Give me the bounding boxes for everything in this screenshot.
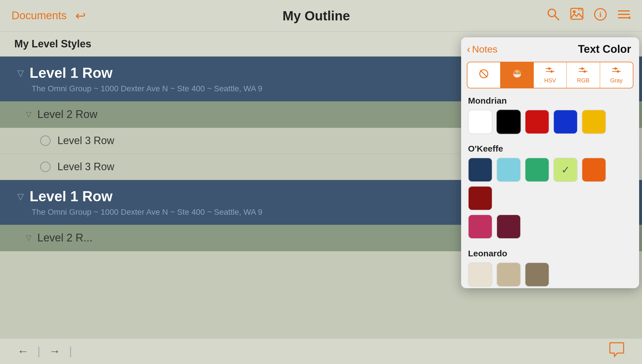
collapse-triangle-2[interactable]: ▽ (26, 110, 32, 119)
okeeffe-section: O'Keeffe (461, 141, 639, 246)
palette-scroll-area[interactable]: Mondrian O'Keeffe (461, 93, 639, 288)
menu-icon[interactable] (617, 8, 631, 24)
svg-point-25 (581, 67, 583, 70)
gray-icon (612, 66, 621, 76)
svg-point-23 (550, 70, 553, 73)
svg-line-1 (555, 16, 559, 20)
level3-circle-2 (40, 162, 51, 172)
color-black[interactable] (496, 110, 521, 134)
app-header: Documents ↩ My Outline i (0, 0, 642, 32)
tab-palette[interactable] (500, 62, 533, 88)
color-dark-red[interactable] (468, 186, 492, 210)
color-orange[interactable] (582, 158, 606, 182)
svg-point-31 (617, 70, 619, 73)
svg-point-3 (573, 10, 576, 13)
mondrian-colors (468, 110, 632, 134)
color-green[interactable] (525, 158, 549, 182)
level2-title-2: Level 2 R... (37, 232, 92, 244)
gray-label: Gray (610, 77, 622, 84)
level2-title-1: Level 2 Row (37, 108, 97, 121)
popover-back-label: Notes (472, 44, 498, 55)
collapse-triangle-3[interactable]: ▽ (17, 191, 24, 202)
color-leonardo-3[interactable] (525, 262, 549, 287)
level1-title-1: Level 1 Row (30, 65, 113, 81)
tab-rgb[interactable]: RGB (567, 62, 600, 88)
color-light-green-selected[interactable] (553, 158, 578, 182)
collapse-triangle-1[interactable]: ▽ (17, 68, 24, 78)
mondrian-section: Mondrian (461, 93, 639, 141)
svg-point-11 (628, 17, 631, 19)
svg-line-13 (480, 70, 487, 77)
tab-no-color[interactable] (467, 62, 500, 88)
color-leonardo-2[interactable] (496, 262, 521, 287)
rgb-icon (578, 66, 588, 76)
color-maroon[interactable] (496, 214, 521, 239)
image-icon[interactable] (570, 7, 583, 24)
main-area: My Level Styles ▽ Level 1 Row The Omni G… (0, 32, 642, 338)
color-pink-red[interactable] (468, 214, 492, 239)
documents-link[interactable]: Documents (11, 9, 67, 22)
popover-header: ‹ Notes Text Color (461, 37, 639, 60)
popover-title: Text Color (578, 43, 631, 55)
app-footer: ← | → | (0, 338, 642, 364)
search-icon[interactable] (547, 8, 560, 24)
nav-forward-button[interactable]: → (49, 345, 60, 358)
leonardo-title: Leonardo (468, 249, 632, 258)
svg-point-17 (519, 72, 520, 73)
chat-button[interactable] (609, 342, 625, 360)
color-yellow[interactable] (582, 110, 606, 134)
level3-title-2: Level 3 Row (57, 161, 114, 173)
color-mode-tab-bar: HSV RGB (467, 62, 633, 88)
okeeffe-title: O'Keeffe (468, 144, 632, 154)
back-button[interactable]: ↩ (75, 8, 86, 23)
leonardo-colors (468, 262, 632, 287)
hsv-icon (545, 66, 555, 76)
svg-point-16 (516, 71, 518, 72)
level3-title-1: Level 3 Row (57, 135, 114, 147)
rgb-label: RGB (577, 77, 589, 84)
collapse-triangle-4[interactable]: ▽ (26, 233, 32, 242)
popover-arrow (575, 37, 587, 38)
info-icon[interactable]: i (594, 8, 607, 24)
hsv-label: HSV (544, 77, 556, 84)
outline-section-title: My Level Styles (14, 38, 91, 50)
color-red[interactable] (525, 110, 549, 134)
okeeffe-colors-row2 (468, 214, 632, 239)
header-actions: i (547, 7, 631, 24)
level1-title-2: Level 1 Row (30, 188, 113, 205)
okeeffe-colors-row1 (468, 158, 632, 210)
back-chevron-icon: ‹ (467, 43, 470, 55)
svg-point-27 (583, 70, 586, 73)
svg-point-21 (548, 67, 550, 70)
page-title: My Outline (86, 8, 547, 24)
palette-icon (512, 69, 522, 82)
nav-back-button[interactable]: ← (17, 345, 29, 358)
tab-gray[interactable]: Gray (600, 62, 633, 88)
level3-circle-1 (40, 135, 51, 146)
svg-text:i: i (599, 10, 601, 19)
svg-point-15 (514, 72, 516, 73)
color-navy[interactable] (468, 158, 492, 182)
mondrian-title: Mondrian (468, 96, 632, 106)
svg-point-29 (614, 67, 617, 70)
color-light-blue[interactable] (496, 158, 521, 182)
tab-hsv[interactable]: HSV (534, 62, 567, 88)
color-white[interactable] (468, 110, 492, 134)
navigation-buttons: ← | → | (17, 345, 72, 358)
text-color-popover: ‹ Notes Text Color (461, 37, 639, 288)
color-leonardo-1[interactable] (468, 262, 492, 287)
leonardo-section: Leonardo (461, 246, 639, 288)
color-blue[interactable] (553, 110, 578, 134)
header-left: Documents ↩ (11, 8, 86, 23)
no-color-icon (479, 69, 489, 82)
popover-back-button[interactable]: ‹ Notes (467, 43, 498, 55)
